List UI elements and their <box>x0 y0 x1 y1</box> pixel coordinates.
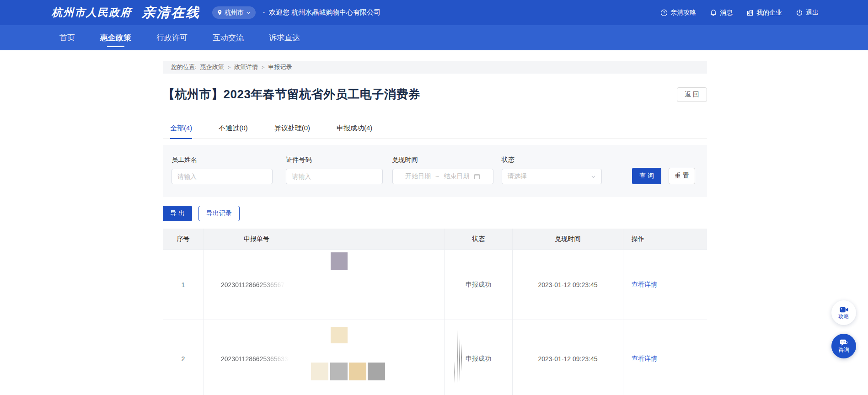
row-redeem-time: 2023-01-12 09:23:45 <box>513 250 623 320</box>
breadcrumb-separator: > <box>228 64 230 70</box>
menu-item-company[interactable]: 我的企业 <box>746 9 782 17</box>
redaction-block <box>311 363 328 380</box>
power-icon <box>796 9 803 16</box>
consult-fab-label: 咨询 <box>838 347 849 353</box>
menu-item-logout[interactable]: 退出 <box>796 9 819 17</box>
row-order-no: 2023011286625365677 <box>204 250 445 320</box>
redaction-block <box>368 363 385 380</box>
row-order-no: 20230112866253656330 <box>204 320 445 395</box>
field-status: 状态 请选择 <box>502 156 602 184</box>
column-header-index: 序号 <box>163 229 204 249</box>
breadcrumb: 您的位置: 惠企政策 > 政策详情 > 申报记录 <box>163 61 707 74</box>
location-pin-icon <box>217 10 222 16</box>
row-status: 申报成功 <box>445 320 513 395</box>
building-icon <box>746 9 754 16</box>
column-header-status: 状态 <box>445 229 513 249</box>
help-circle-icon: ? <box>660 9 668 16</box>
status-tabs: 全部(4) 不通过(0) 异议处理(0) 申报成功(4) <box>163 124 707 139</box>
breadcrumb-item-application-records: 申报记录 <box>268 63 292 71</box>
end-date-placeholder: 结束日期 <box>444 172 469 181</box>
table-header-row: 序号 申报单号 状态 兑现时间 操作 <box>163 229 707 250</box>
view-detail-link[interactable]: 查看详情 <box>632 281 657 289</box>
redeem-time-label: 兑现时间 <box>392 156 493 164</box>
header-menu: ? 亲清攻略 消息 我的企业 退出 <box>660 9 819 17</box>
filter-actions: 查 询 重 置 <box>632 168 695 184</box>
table-row: 2 20230112866253656330 申报成功 2023-01-12 0… <box>163 320 707 395</box>
date-range-separator: ~ <box>435 173 439 180</box>
redaction-block <box>331 327 348 343</box>
guide-fab-button[interactable]: 攻略 <box>831 300 856 325</box>
page-title: 【杭州市】2023年春节留杭省外员工电子消费券 <box>163 86 420 102</box>
tab-dispute[interactable]: 异议处理(0) <box>274 124 310 139</box>
row-redeem-time: 2023-01-12 09:23:45 <box>513 320 623 395</box>
export-records-button[interactable]: 导出记录 <box>198 206 240 221</box>
chevron-down-icon <box>246 11 251 15</box>
nav-item-appeal[interactable]: 诉求直达 <box>269 25 300 50</box>
guide-fab-label: 攻略 <box>838 314 849 320</box>
site-logo-government: 杭州市人民政府 <box>52 5 132 20</box>
id-number-input[interactable] <box>286 169 382 184</box>
row-action: 查看详情 <box>623 320 707 395</box>
redaction-block <box>349 363 366 380</box>
column-header-redeem-time: 兑现时间 <box>513 229 623 249</box>
tab-rejected[interactable]: 不通过(0) <box>219 124 247 139</box>
row-index: 2 <box>163 320 204 395</box>
menu-item-messages[interactable]: 消息 <box>710 9 733 17</box>
id-number-label: 证件号码 <box>286 156 382 164</box>
location-label: 杭州市 <box>225 9 244 17</box>
row-status: 申报成功 <box>445 250 513 320</box>
column-header-action: 操作 <box>623 229 707 249</box>
back-button[interactable]: 返 回 <box>677 87 707 102</box>
welcome-text: · 欢迎您 杭州水晶城购物中心有限公司 <box>263 8 380 17</box>
redaction-block <box>331 252 348 270</box>
export-button[interactable]: 导 出 <box>163 206 192 221</box>
menu-label-guide: 亲清攻略 <box>670 9 696 17</box>
blur-streak <box>454 361 455 383</box>
row-action: 查看详情 <box>623 250 707 320</box>
bell-icon <box>710 9 717 16</box>
breadcrumb-item-policy[interactable]: 惠企政策 <box>200 63 224 71</box>
breadcrumb-item-policy-detail[interactable]: 政策详情 <box>234 63 258 71</box>
location-selector[interactable]: 杭州市 <box>212 6 256 19</box>
menu-label-messages: 消息 <box>720 9 733 17</box>
svg-text:?: ? <box>663 11 665 15</box>
status-select[interactable]: 请选择 <box>502 169 602 184</box>
site-logo-brand: 亲清在线 <box>142 4 200 22</box>
employee-name-input[interactable] <box>171 169 273 184</box>
field-id-number: 证件号码 <box>286 156 382 184</box>
tab-all[interactable]: 全部(4) <box>170 124 192 139</box>
menu-label-logout: 退出 <box>806 9 819 17</box>
chevron-down-icon <box>591 174 596 179</box>
column-header-order-no: 申报单号 <box>204 229 445 249</box>
tab-success[interactable]: 申报成功(4) <box>337 124 372 139</box>
chat-bubble-icon <box>840 339 848 347</box>
row-index: 1 <box>163 250 204 320</box>
employee-name-label: 员工姓名 <box>171 156 273 164</box>
video-camera-icon <box>840 306 848 313</box>
main-nav: 首页 惠企政策 行政许可 互动交流 诉求直达 <box>0 25 868 50</box>
nav-item-interaction[interactable]: 互动交流 <box>213 25 244 50</box>
field-employee-name: 员工姓名 <box>171 156 273 184</box>
field-redeem-time: 兑现时间 开始日期 ~ 结束日期 <box>392 156 493 184</box>
view-detail-link[interactable]: 查看详情 <box>632 355 657 363</box>
nav-item-enterprise-policy[interactable]: 惠企政策 <box>100 25 131 50</box>
breadcrumb-prefix: 您的位置: <box>171 63 197 71</box>
title-row: 【杭州市】2023年春节留杭省外员工电子消费券 返 回 <box>163 86 707 102</box>
calendar-icon <box>474 173 480 180</box>
nav-item-home[interactable]: 首页 <box>59 25 75 50</box>
redeem-time-range-picker[interactable]: 开始日期 ~ 结束日期 <box>392 169 493 184</box>
consult-fab-button[interactable]: 咨询 <box>831 334 856 358</box>
menu-item-guide[interactable]: ? 亲清攻略 <box>660 9 696 17</box>
search-button[interactable]: 查 询 <box>632 168 661 184</box>
blur-streak <box>457 330 458 383</box>
status-select-placeholder: 请选择 <box>508 172 527 181</box>
welcome-company-name: 欢迎您 杭州水晶城购物中心有限公司 <box>269 8 380 17</box>
applications-table: 序号 申报单号 状态 兑现时间 操作 1 2023011286625365677… <box>163 229 707 395</box>
breadcrumb-separator: > <box>262 64 264 70</box>
blur-streak <box>461 344 462 371</box>
nav-item-administrative-permit[interactable]: 行政许可 <box>156 25 188 50</box>
blur-streak <box>459 338 460 382</box>
start-date-placeholder: 开始日期 <box>405 172 431 181</box>
reset-button[interactable]: 重 置 <box>669 168 695 184</box>
table-row: 1 2023011286625365677 申报成功 2023-01-12 09… <box>163 250 707 320</box>
